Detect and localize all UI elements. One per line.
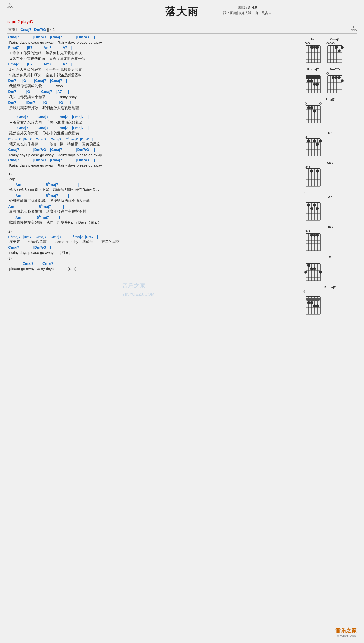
score-chorus-5: |Cmaj7 |Dm7/G |Cmaj7 |Dm7/G | Rainy days… — [7, 158, 298, 167]
artist-line: 演唱：S.H.E — [223, 5, 272, 10]
diagram-pair-2: Bbmaj7 — [303, 68, 357, 94]
chord-row-c3: |Ebmaj7 |Dm7 |Cmaj7 |Cmaj7 |Ebmaj7 |Dm7 … — [7, 137, 298, 142]
svg-point-48 — [307, 79, 310, 82]
sec3-chord-1: |Cmaj7 |Cmaj7 | — [7, 261, 298, 267]
intro-barline1: || — [18, 28, 20, 32]
diagram-Am7: Am7 — [303, 161, 357, 187]
Am7-svg — [303, 165, 323, 187]
lyric-2a: 1.帶來了你愛的泡麵 等著你打完工愛心宵夜 — [7, 51, 298, 55]
svg-point-149 — [310, 234, 313, 237]
lyric-3a: 1.七坪大幸福的房間 七十坪不見得會更珍貴 — [7, 67, 298, 72]
svg-point-164 — [304, 271, 307, 274]
DmG-label: Dm7/G — [325, 68, 344, 71]
intro-line: [前奏] || Cmaj7 | Dm7/G || x 2 3 AAA — [7, 27, 357, 32]
svg-rect-52 — [328, 75, 342, 76]
score-section-5: |Dm7 |G |Cmaj7 |A7 | 我知道你要讓未來精采 baby bab… — [7, 89, 298, 99]
svg-rect-0 — [306, 45, 320, 46]
section-3-label: (3) — [7, 256, 298, 260]
rap-chord-3: |Am |Bbmaj7 | — [7, 204, 298, 209]
credits-line: 詞：顏囍軒/施人誠 曲：陶吉吉 — [223, 10, 272, 16]
sec2-chord-1: |Ebmaj7 |Dm7 |Cmaj7 |Cmaj7 |Ebmaj7 |Dm7 … — [7, 234, 298, 240]
svg-point-33 — [338, 49, 341, 52]
svg-point-116 — [308, 166, 310, 168]
score-section-6: |Dm7 |Dm7 |G |G | 所以別讓辛苦打敗 我們會放太陽戰勝陰霾 — [7, 100, 298, 110]
chord-row-2a: |Fmaj7 |E7 |Am7 |A7 | — [7, 46, 298, 51]
svg-point-30 — [330, 42, 332, 44]
main-content: |Cmaj7 |Dm7/G |Cmaj7 |Dm7/G | Rainy days… — [7, 35, 357, 319]
svg-rect-35 — [306, 75, 320, 76]
chord-row-c2: |Cmaj7 |Cmaj7 |Fmaj7 |Fmaj7 | — [7, 126, 298, 131]
score-chorus-2: |Cmaj7 |Cmaj7 |Fmaj7 |Fmaj7 | 雖然窗外又落大雨 你… — [7, 126, 298, 136]
gap2 — [7, 168, 298, 172]
G-label: G — [303, 255, 357, 259]
E7-open-label: ○ — [303, 128, 357, 131]
svg-point-49 — [310, 79, 313, 82]
svg-point-29 — [327, 42, 328, 44]
svg-point-167 — [313, 267, 316, 270]
Am-label: Am — [303, 38, 323, 41]
svg-rect-17 — [328, 45, 342, 46]
Cmaj7-svg — [325, 42, 344, 64]
chord-row-4a: |Dm7 |G |Cmaj7 |Cmaj7 | — [7, 79, 298, 84]
svg-point-100 — [313, 139, 316, 142]
lyric-c4: Rainy days please go away Rainy days ple… — [7, 153, 298, 157]
score-area: |Cmaj7 |Dm7/G |Cmaj7 |Dm7/G | Rainy days… — [7, 35, 303, 319]
svg-point-115 — [305, 166, 307, 168]
lyric-c3: 壞天氣也能作美夢 擁抱一起 準備看 更美的星空 — [7, 142, 298, 146]
svg-point-15 — [313, 46, 316, 49]
rap-label: (Rap) — [7, 177, 298, 181]
artist-info: 演唱：S.H.E 詞：顏囍軒/施人誠 曲：陶吉吉 — [223, 5, 272, 16]
chord-row-6a: |Dm7 |Dm7 |G |G | — [7, 100, 298, 106]
svg-point-85 — [319, 103, 321, 104]
Cmaj7-label: Cmaj7 — [325, 38, 344, 41]
section-2-label: (2) — [7, 229, 298, 233]
intro-barline3: || — [47, 28, 49, 32]
gap3 — [7, 226, 298, 229]
lyric-c1: ★看著窗外又落大雨 千萬不准淋濕我的老公 — [7, 120, 298, 125]
rap-3: |Am |Bbmaj7 | 最可怕老公我會怕怕 這麼年輕這麼幸福對不對 — [7, 204, 298, 214]
svg-point-184 — [313, 305, 316, 307]
aaa-top-left: 3 AAA — [7, 5, 12, 9]
lyric-c2: 雖然窗外又落大雨 你心中的溫暖由我提供 — [7, 131, 298, 136]
svg-point-117 — [310, 170, 313, 172]
svg-point-134 — [316, 207, 319, 210]
chord-row-5a: |Dm7 |G |Cmaj7 |A7 | — [7, 89, 298, 95]
section-1-label: (1) — [7, 172, 298, 176]
lyric-3b: 2.雖然你累得打呵欠 空氣中卻滿是戀愛香味 — [7, 73, 298, 78]
A7-label: A7 — [303, 195, 357, 199]
lyric-2b: ▲2.在小小電視機前面 肩靠肩舊電影再看一遍 — [7, 56, 298, 61]
svg-point-131 — [307, 204, 310, 206]
Dm7-label: Dm7 — [303, 225, 357, 229]
svg-rect-119 — [306, 202, 320, 203]
lyric-c5: Rainy days please go away Rainy days ple… — [7, 163, 298, 167]
diagram-pair-1: Am — [303, 38, 357, 64]
rap-4: |Am |Bbmaj7 | 繼續醬慢慢愛著好嗎 我們一起享受Rainy Days… — [7, 215, 298, 225]
title-area: 3 AAA 落大雨 演唱：S.H.E 詞：顏囍軒/施人誠 曲：陶吉吉 — [7, 5, 357, 19]
svg-point-84 — [313, 110, 316, 113]
sec3-lyric-1: please go away Rainy days (End) — [7, 267, 298, 271]
diagram-Fmaj7: Fmaj7 — [303, 98, 357, 124]
svg-point-182 — [307, 301, 310, 304]
svg-point-67 — [338, 76, 341, 79]
lyric-1a: Rainy days please go away Rainy days ple… — [7, 40, 298, 45]
svg-point-65 — [332, 76, 335, 79]
site-name: 音乐之家 — [335, 627, 357, 634]
svg-point-66 — [335, 76, 338, 79]
intro-repeat: x 2 — [50, 28, 54, 32]
svg-rect-47 — [306, 76, 320, 79]
svg-rect-169 — [306, 296, 320, 297]
diagram-A7: ○ ○○ A7 — [303, 191, 357, 221]
intro-bracket: [前奏] — [7, 27, 16, 32]
svg-point-16 — [316, 46, 319, 49]
sec3-1: |Cmaj7 |Cmaj7 | please go away Rainy day… — [7, 261, 298, 271]
Fmaj7-svg — [303, 102, 323, 124]
svg-point-82 — [307, 106, 310, 109]
intro-chord1: Cmaj7 — [20, 28, 31, 32]
chord-row-c5: |Cmaj7 |Dm7/G |Cmaj7 |Dm7/G | — [7, 158, 298, 163]
intro-left: [前奏] || Cmaj7 | Dm7/G || x 2 — [7, 27, 54, 32]
rap-lyric-1: 落大雨落大雨雨都下不緊 騎著歐都擺穿梭在Rainy Day — [7, 187, 298, 192]
svg-point-83 — [310, 106, 313, 109]
song-title: 落大雨 — [7, 5, 357, 19]
chord-diagrams: Am — [303, 35, 357, 319]
score-section-4: |Dm7 |G |Cmaj7 |Cmaj7 | 我懂得你想要給的愛 woo~~ — [7, 79, 298, 88]
